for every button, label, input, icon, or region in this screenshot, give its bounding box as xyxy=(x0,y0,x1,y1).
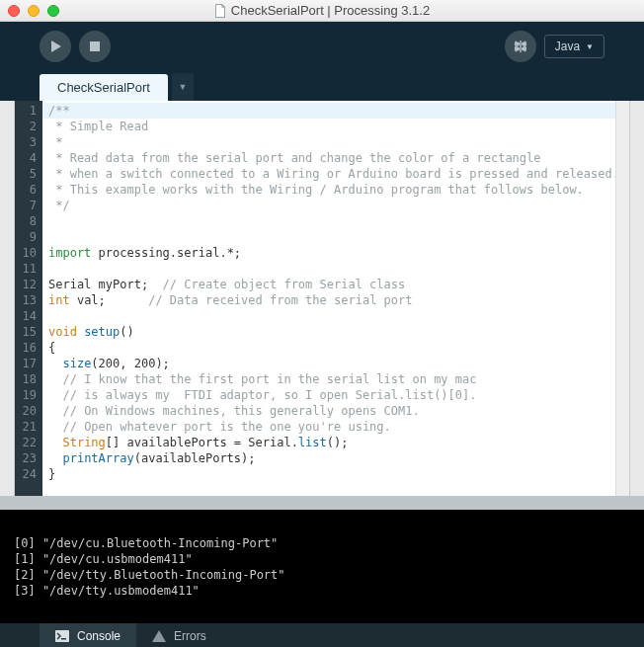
svg-rect-5 xyxy=(55,630,69,642)
stop-button[interactable] xyxy=(79,31,111,62)
svg-point-4 xyxy=(522,47,525,51)
butterfly-icon xyxy=(513,39,528,54)
play-icon xyxy=(48,40,62,53)
console-output: [0] "/dev/cu.Bluetooth-Incoming-Port" [1… xyxy=(0,510,644,623)
toolbar: Java ▼ xyxy=(0,22,644,71)
warning-icon xyxy=(152,630,166,642)
window-title: CheckSerialPort | Processing 3.1.2 xyxy=(0,3,644,18)
titlebar: CheckSerialPort | Processing 3.1.2 xyxy=(0,0,644,22)
bottom-tab-bar: Console Errors xyxy=(0,623,644,647)
window-controls xyxy=(8,5,59,17)
tab-label: CheckSerialPort xyxy=(57,80,150,95)
code-area[interactable]: /** * Simple Read * * Read data from the… xyxy=(42,101,615,496)
zoom-window-button[interactable] xyxy=(47,5,59,17)
svg-point-3 xyxy=(516,47,520,51)
window-title-text: CheckSerialPort | Processing 3.1.2 xyxy=(231,3,430,18)
debug-button[interactable] xyxy=(505,31,536,62)
line-gutter: 1 2 3 4 5 6 7 8 9 10 11 12 13 14 15 16 1… xyxy=(15,101,42,496)
close-window-button[interactable] xyxy=(8,5,20,17)
tab-menu-button[interactable]: ▼ xyxy=(172,73,194,101)
code-editor[interactable]: 1 2 3 4 5 6 7 8 9 10 11 12 13 14 15 16 1… xyxy=(14,101,630,496)
tab-checkserialport[interactable]: CheckSerialPort xyxy=(40,74,168,101)
scrollbar[interactable] xyxy=(615,101,629,496)
svg-rect-0 xyxy=(90,41,100,51)
console-icon xyxy=(55,630,69,642)
tab-console-label: Console xyxy=(77,629,121,643)
run-button[interactable] xyxy=(40,31,71,62)
svg-point-1 xyxy=(516,42,520,46)
mode-label: Java xyxy=(555,40,580,53)
tab-errors[interactable]: Errors xyxy=(136,623,222,647)
pane-separator[interactable] xyxy=(0,496,644,510)
chevron-down-icon: ▼ xyxy=(178,82,187,92)
tab-console[interactable]: Console xyxy=(40,623,136,647)
svg-rect-6 xyxy=(61,638,66,640)
minimize-window-button[interactable] xyxy=(28,5,40,17)
stop-icon xyxy=(89,40,101,52)
document-icon xyxy=(214,4,226,18)
chevron-down-icon: ▼ xyxy=(586,42,594,51)
mode-selector[interactable]: Java ▼ xyxy=(544,35,604,58)
tab-bar: CheckSerialPort ▼ xyxy=(0,71,644,101)
tab-errors-label: Errors xyxy=(174,629,206,643)
svg-point-2 xyxy=(522,42,525,46)
